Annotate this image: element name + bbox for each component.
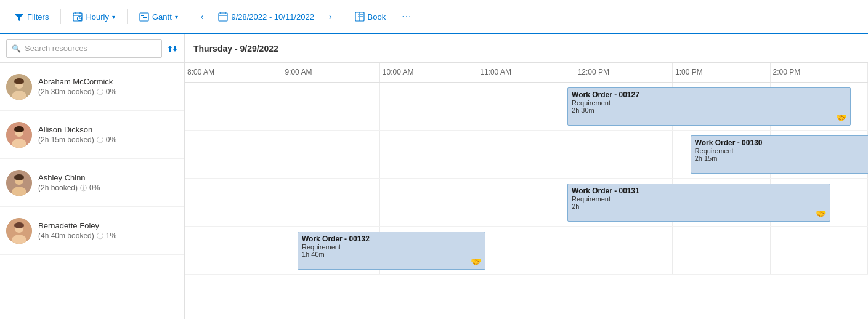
- info-icon-bernadette: ⓘ: [97, 232, 103, 241]
- wo-type-wo132: Requirement: [302, 243, 481, 251]
- date-range-label: 9/28/2022 - 10/11/2022: [231, 12, 314, 22]
- gantt-date: Thursday - 9/29/2022: [193, 44, 278, 54]
- next-icon: ›: [329, 12, 332, 22]
- sort-icon: [167, 43, 178, 54]
- resource-info-bernadette: Bernadette Foley (4h 40m booked) ⓘ 1%: [38, 221, 116, 241]
- work-order-wo132[interactable]: Work Order - 00132 Requirement 1h 40m 🤝: [298, 232, 485, 270]
- wo-duration-wo130: 2h 15m: [695, 155, 868, 162]
- gantt-rows-container: Work Order - 00127 Requirement 2h 30m 🤝 …: [185, 83, 868, 319]
- time-header-1: 9:00 AM: [282, 63, 379, 82]
- toolbar: Filters Hourly ▾ Gantt ▾ ‹: [0, 0, 868, 34]
- resource-meta-bernadette: (4h 40m booked) ⓘ 1%: [38, 232, 116, 241]
- sidebar: 🔍 Search resources Abraham McCormick: [0, 34, 185, 319]
- calendar-icon: [218, 12, 228, 22]
- time-header-3: 11:00 AM: [477, 63, 575, 82]
- avatar-abraham: [6, 74, 32, 100]
- gantt-row-ashley: Work Order - 00131 Requirement 2h 🤝: [185, 179, 868, 227]
- grid-bernadette: [185, 227, 868, 274]
- gantt-date-header: Thursday - 9/29/2022: [185, 34, 868, 63]
- time-header-4: 12:00 PM: [575, 63, 673, 82]
- gantt-button[interactable]: Gantt ▾: [132, 7, 185, 26]
- svg-rect-10: [219, 13, 227, 21]
- avatar-allison: [6, 122, 32, 148]
- prev-button[interactable]: ‹: [195, 7, 209, 26]
- svg-point-31: [14, 174, 24, 180]
- resource-info-allison: Allison Dickson (2h 15m booked) ⓘ 0%: [38, 125, 116, 145]
- sidebar-search-bar: 🔍 Search resources: [0, 34, 184, 63]
- gantt-time-header: 8:00 AM9:00 AM10:00 AM11:00 AM12:00 PM1:…: [185, 63, 868, 83]
- gantt-area: Thursday - 9/29/2022 8:00 AM9:00 AM10:00…: [185, 34, 868, 319]
- info-icon-ashley: ⓘ: [80, 184, 87, 193]
- gantt-chevron: ▾: [175, 14, 178, 20]
- gantt-row-allison: Work Order - 00130 Requirement 2h 15m: [185, 131, 868, 179]
- resource-meta-ashley: (2h booked) ⓘ 0%: [38, 184, 100, 193]
- resource-name-abraham: Abraham McCormick: [38, 77, 116, 86]
- resource-name-allison: Allison Dickson: [38, 125, 116, 134]
- hourly-button[interactable]: Hourly ▾: [66, 7, 122, 26]
- resource-row-bernadette[interactable]: Bernadette Foley (4h 40m booked) ⓘ 1%: [0, 207, 184, 255]
- resource-name-bernadette: Bernadette Foley: [38, 221, 116, 230]
- wo-type-wo130: Requirement: [695, 147, 868, 155]
- next-button[interactable]: ›: [323, 7, 338, 26]
- hourly-label: Hourly: [86, 12, 109, 22]
- wo-duration-wo127: 2h 30m: [572, 107, 846, 114]
- hourly-chevron: ▾: [112, 14, 115, 20]
- resource-meta-allison: (2h 15m booked) ⓘ 0%: [38, 135, 116, 145]
- more-button[interactable]: ···: [395, 7, 418, 26]
- book-icon: [355, 12, 365, 22]
- more-label: ···: [402, 11, 412, 22]
- gantt-row-abraham: Work Order - 00127 Requirement 2h 30m 🤝: [185, 83, 868, 131]
- divider-3: [190, 9, 190, 24]
- svg-point-27: [14, 126, 24, 132]
- filters-button[interactable]: Filters: [7, 7, 55, 26]
- resource-row-abraham[interactable]: Abraham McCormick (2h 30m booked) ⓘ 0%: [0, 63, 184, 111]
- svg-point-23: [14, 78, 24, 84]
- wo-title-wo130: Work Order - 00130: [695, 139, 868, 147]
- wo-title-wo127: Work Order - 00127: [572, 91, 846, 99]
- search-icon: 🔍: [12, 44, 21, 53]
- resource-info-ashley: Ashley Chinn (2h booked) ⓘ 0%: [38, 173, 100, 193]
- search-resources-box[interactable]: 🔍 Search resources: [6, 39, 162, 58]
- gantt-row-bernadette: Work Order - 00132 Requirement 1h 40m 🤝: [185, 227, 868, 275]
- wo-duration-wo131: 2h: [572, 203, 826, 210]
- divider-2: [127, 9, 128, 24]
- resource-row-allison[interactable]: Allison Dickson (2h 15m booked) ⓘ 0%: [0, 111, 184, 159]
- time-header-5: 1:00 PM: [673, 63, 770, 82]
- avatar-ashley: [6, 170, 32, 196]
- main-layout: 🔍 Search resources Abraham McCormick: [0, 34, 868, 319]
- svg-point-35: [14, 222, 24, 228]
- resource-list: Abraham McCormick (2h 30m booked) ⓘ 0% A…: [0, 63, 184, 319]
- date-range-button[interactable]: 9/28/2022 - 10/11/2022: [211, 7, 320, 26]
- resource-info-abraham: Abraham McCormick (2h 30m booked) ⓘ 0%: [38, 77, 116, 97]
- time-header-6: 2:00 PM: [771, 63, 868, 82]
- sort-button[interactable]: [167, 43, 178, 54]
- work-order-wo131[interactable]: Work Order - 00131 Requirement 2h 🤝: [567, 184, 830, 222]
- svg-rect-9: [143, 17, 147, 18]
- filters-label: Filters: [27, 12, 49, 22]
- gantt-label: Gantt: [152, 12, 172, 22]
- handshake-icon-wo127: 🤝: [836, 113, 846, 123]
- wo-title-wo131: Work Order - 00131: [572, 187, 826, 195]
- resource-row-ashley[interactable]: Ashley Chinn (2h booked) ⓘ 0%: [0, 159, 184, 207]
- work-order-wo127[interactable]: Work Order - 00127 Requirement 2h 30m 🤝: [567, 87, 851, 126]
- gantt-icon: [139, 12, 149, 22]
- book-label: Book: [368, 12, 386, 22]
- wo-type-wo131: Requirement: [572, 195, 826, 203]
- work-order-wo130[interactable]: Work Order - 00130 Requirement 2h 15m: [691, 135, 868, 174]
- info-icon-allison: ⓘ: [97, 135, 103, 145]
- wo-title-wo132: Work Order - 00132: [302, 235, 481, 243]
- filter-icon: [14, 12, 24, 22]
- calendar-clock-icon: [73, 12, 83, 22]
- time-header-0: 8:00 AM: [185, 63, 282, 82]
- wo-duration-wo132: 1h 40m: [302, 251, 481, 258]
- handshake-icon-wo131: 🤝: [816, 209, 826, 219]
- divider-1: [60, 9, 61, 24]
- info-icon-abraham: ⓘ: [97, 87, 103, 97]
- divider-4: [343, 9, 343, 24]
- resource-meta-abraham: (2h 30m booked) ⓘ 0%: [38, 87, 116, 97]
- prev-icon: ‹: [201, 12, 204, 22]
- handshake-icon-wo132: 🤝: [471, 257, 481, 267]
- book-button[interactable]: Book: [348, 7, 393, 26]
- svg-rect-8: [141, 15, 144, 16]
- resource-name-ashley: Ashley Chinn: [38, 173, 100, 182]
